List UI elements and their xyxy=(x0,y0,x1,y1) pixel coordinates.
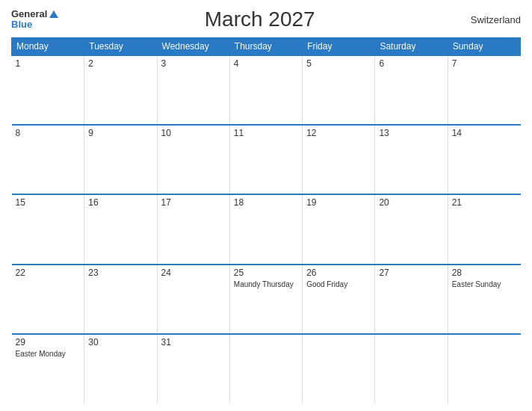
calendar-cell: 29Easter Monday xyxy=(12,334,84,404)
country-label: Switzerland xyxy=(461,14,521,25)
calendar-cell xyxy=(229,334,302,404)
day-number: 3 xyxy=(161,58,226,69)
calendar-cell: 23 xyxy=(84,265,157,334)
day-number: 13 xyxy=(379,128,443,138)
day-number: 11 xyxy=(234,128,298,138)
day-number: 31 xyxy=(161,337,226,347)
calendar-cell: 22 xyxy=(12,265,84,334)
day-number: 5 xyxy=(306,58,371,69)
header-wednesday: Wednesday xyxy=(157,38,229,56)
day-number: 6 xyxy=(379,58,443,69)
calendar-cell: 12 xyxy=(303,125,375,194)
calendar-week-row: 1234567 xyxy=(12,55,521,125)
day-number: 14 xyxy=(452,128,517,138)
calendar-cell: 14 xyxy=(448,125,520,194)
calendar-title: March 2027 xyxy=(58,7,461,31)
day-number: 15 xyxy=(16,197,81,208)
calendar-cell xyxy=(448,334,520,404)
header-monday: Monday xyxy=(12,38,84,56)
logo-blue-text: Blue xyxy=(11,19,32,30)
day-number: 2 xyxy=(88,58,152,69)
calendar-cell: 15 xyxy=(12,194,84,264)
holiday-label: Easter Sunday xyxy=(452,279,517,289)
logo: General Blue xyxy=(11,9,58,31)
day-number: 4 xyxy=(234,58,298,69)
calendar-table: Monday Tuesday Wednesday Thursday Friday… xyxy=(11,37,521,404)
day-number: 30 xyxy=(88,337,152,347)
day-number: 29 xyxy=(16,337,81,347)
weekday-header-row: Monday Tuesday Wednesday Thursday Friday… xyxy=(12,38,521,56)
holiday-label: Maundy Thursday xyxy=(234,279,298,289)
header-sunday: Sunday xyxy=(448,38,520,56)
calendar-cell: 13 xyxy=(375,125,448,194)
calendar-cell xyxy=(375,334,448,404)
day-number: 1 xyxy=(16,58,81,69)
calendar-cell: 31 xyxy=(157,334,229,404)
holiday-label: Easter Monday xyxy=(16,349,81,359)
header-friday: Friday xyxy=(303,38,375,56)
calendar-cell: 27 xyxy=(375,265,448,334)
calendar-cell: 19 xyxy=(303,194,375,264)
calendar-cell: 25Maundy Thursday xyxy=(229,265,302,334)
day-number: 21 xyxy=(452,197,517,208)
day-number: 9 xyxy=(88,128,152,138)
calendar-cell xyxy=(303,334,375,404)
day-number: 10 xyxy=(161,128,226,138)
day-number: 16 xyxy=(88,197,152,208)
day-number: 23 xyxy=(88,268,152,278)
calendar-cell: 8 xyxy=(12,125,84,194)
calendar-cell: 28Easter Sunday xyxy=(448,265,520,334)
day-number: 27 xyxy=(379,268,443,278)
calendar-cell: 9 xyxy=(84,125,157,194)
day-number: 24 xyxy=(161,268,226,278)
calendar-cell: 17 xyxy=(157,194,229,264)
calendar-cell: 6 xyxy=(375,55,448,125)
day-number: 7 xyxy=(452,58,517,69)
calendar-cell: 2 xyxy=(84,55,157,125)
calendar-cell: 11 xyxy=(229,125,302,194)
calendar-page: General Blue March 2027 Switzerland Mond… xyxy=(0,0,532,411)
calendar-cell: 21 xyxy=(448,194,520,264)
calendar-cell: 16 xyxy=(84,194,157,264)
header-thursday: Thursday xyxy=(229,38,302,56)
header: General Blue March 2027 Switzerland xyxy=(11,7,521,31)
day-number: 17 xyxy=(161,197,226,208)
day-number: 22 xyxy=(16,268,81,278)
calendar-cell: 20 xyxy=(375,194,448,264)
calendar-cell: 30 xyxy=(84,334,157,404)
calendar-week-row: 891011121314 xyxy=(12,125,521,194)
calendar-cell: 24 xyxy=(157,265,229,334)
day-number: 8 xyxy=(16,128,81,138)
day-number: 28 xyxy=(452,268,517,278)
calendar-cell: 1 xyxy=(12,55,84,125)
calendar-cell: 10 xyxy=(157,125,229,194)
day-number: 26 xyxy=(306,268,371,278)
calendar-cell: 7 xyxy=(448,55,520,125)
day-number: 18 xyxy=(234,197,298,208)
day-number: 12 xyxy=(306,128,371,138)
calendar-cell: 26Good Friday xyxy=(303,265,375,334)
calendar-cell: 4 xyxy=(229,55,302,125)
logo-general-text: General xyxy=(11,9,47,19)
holiday-label: Good Friday xyxy=(306,279,371,289)
day-number: 20 xyxy=(379,197,443,208)
header-saturday: Saturday xyxy=(375,38,448,56)
day-number: 25 xyxy=(234,268,298,278)
calendar-cell: 5 xyxy=(303,55,375,125)
calendar-cell: 3 xyxy=(157,55,229,125)
header-tuesday: Tuesday xyxy=(84,38,157,56)
day-number: 19 xyxy=(306,197,371,208)
calendar-week-row: 22232425Maundy Thursday26Good Friday2728… xyxy=(12,265,521,334)
calendar-week-row: 29Easter Monday3031 xyxy=(12,334,521,404)
calendar-week-row: 15161718192021 xyxy=(12,194,521,264)
calendar-cell: 18 xyxy=(229,194,302,264)
